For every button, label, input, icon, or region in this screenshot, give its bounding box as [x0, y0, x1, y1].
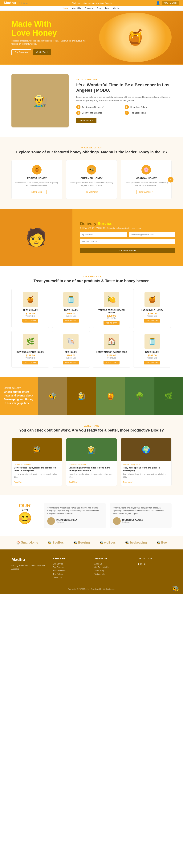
get-in-touch-button[interactable]: Get In Touch — [33, 49, 51, 55]
creamed-find-button[interactable]: Find Out More > — [82, 190, 101, 194]
gallery-heading: Check out the latest news and events abo… — [4, 390, 34, 405]
baza-cart-button[interactable]: ADD TO CART — [144, 361, 160, 365]
delivery-section: 🧑 Delivery Service Toll Free +36 (0) 177… — [0, 209, 183, 266]
meadow-find-button[interactable]: Find Out More > — [136, 190, 156, 194]
tresor-price: $298.00 — [95, 314, 128, 317]
tops-weight: Weight 1kg — [54, 315, 88, 317]
learn-more-button[interactable]: Learn More > — [76, 118, 96, 123]
our-label: OUR — [11, 503, 38, 508]
testi-text-2: "Thanks Madhu The project was completed … — [113, 506, 168, 515]
nav-services[interactable]: Services — [85, 7, 93, 9]
feature-3: 3 Beehive Maintenance — [76, 111, 123, 115]
nav-about[interactable]: About Us — [72, 7, 81, 9]
forest-honey-desc: Lorem ipsum dolor sit amet, consectetur … — [15, 181, 59, 187]
tops-cart-button[interactable]: ADD TO CART — [63, 319, 79, 322]
footer-logo: Madhu — [11, 557, 47, 562]
eucalyptus-cart-button[interactable]: ADD TO CART — [22, 361, 38, 365]
footer-about-4[interactable]: Testimonials — [94, 572, 130, 576]
gallery-section: LATEST GALLERY Check out the latest news… — [0, 377, 183, 415]
apena-name: APENA HONEY — [13, 309, 47, 311]
footer-facebook-icon[interactable]: f — [136, 562, 137, 565]
testi-author-2: MR. MONTUS AAKELA — [122, 519, 143, 521]
blog-card-3: 🌍 October 10 | By Admin They have spread… — [121, 438, 172, 486]
footer-services-label: SERVICES — [53, 557, 89, 560]
product-haddar: 🍯 HADDAR-1 LB HONEY $298.00 Weight 1kg A… — [133, 289, 171, 328]
gallery-img-2[interactable]: 👨‍🌾 — [67, 377, 96, 415]
facebook-icon[interactable]: f — [19, 2, 20, 4]
cart-button[interactable]: ADD TO CART — [162, 1, 179, 5]
twitter-icon[interactable]: t — [21, 2, 22, 4]
footer-about-3[interactable]: The Gallery — [94, 569, 130, 572]
blog-img-1: 🐝 — [12, 438, 62, 461]
delivery-submit-button[interactable]: Let's Get To Work — [80, 248, 175, 253]
blog-label: LATEST NOW — [11, 425, 172, 427]
bee-icon: 🐝 — [156, 541, 160, 545]
delivery-person-icon: 🧑 — [26, 227, 47, 247]
blog-read-3[interactable]: Read More > — [123, 481, 133, 483]
nav-shop[interactable]: Shop — [96, 7, 101, 9]
forest-honey-title: FOREST HONEY — [15, 177, 59, 180]
tresor-name: TRESOR FRENCH LEMON HONEY — [95, 309, 128, 314]
footer-service-2[interactable]: Our Process — [53, 566, 89, 569]
footer-service-4[interactable]: The Gallery — [53, 572, 89, 576]
sea-cart-button[interactable]: ADD TO CART — [63, 361, 79, 365]
footer-service-5[interactable]: Contact Us — [53, 576, 89, 579]
footer-service-3[interactable]: Team Members — [53, 569, 89, 572]
copyright-text: Copyright © 2023 Madhu | Developed by Ma… — [68, 588, 115, 590]
tresor-cart-button[interactable]: ADD TO CART — [103, 321, 120, 325]
nav-home[interactable]: Home — [63, 7, 68, 9]
haddar-price: $298.00 — [135, 312, 169, 315]
gplus-icon[interactable]: g+ — [26, 2, 29, 4]
hero-buttons: Our Company Get In Touch — [11, 49, 88, 55]
product-sea: 🐚 SEA HONEY $298.00 Weight 1kg ADD TO CA… — [52, 331, 90, 368]
maison-cart-button[interactable]: ADD TO CART — [103, 361, 120, 365]
user-icon[interactable]: 👤 — [156, 1, 160, 5]
footer-bottom: Copyright © 2023 Madhu | Developed by Ma… — [11, 585, 172, 590]
offer-next-arrow[interactable]: › — [168, 177, 174, 183]
zip-zone-input[interactable] — [80, 232, 127, 237]
testimonials-section: OUR SAY! 😊 "I recommend you services Hon… — [0, 495, 183, 536]
our-say-block: OUR SAY! 😊 — [11, 503, 38, 525]
email-input[interactable] — [129, 232, 175, 237]
gallery-label: LATEST GALLERY — [4, 387, 34, 389]
gallery-img-5[interactable]: 🌿 — [154, 377, 183, 415]
phone-input[interactable] — [80, 239, 175, 244]
maison-name: HONEY MAISON FAVARD 250G — [95, 351, 128, 353]
footer-col-contact: CONTACT US f t in g+ — [136, 557, 172, 579]
testi-text-1: "I recommend you services Honey Bee prod… — [47, 506, 102, 515]
gallery-img-3[interactable]: 🍯 — [96, 377, 125, 415]
footer-col-about: ABOUT US About Us Our Products Us The Ga… — [94, 557, 130, 579]
blog-read-2[interactable]: Read More > — [69, 481, 79, 483]
nav-contact[interactable]: Contact — [113, 7, 120, 9]
footer-social-icons: f t in g+ — [136, 562, 172, 565]
haddar-cart-button[interactable]: ADD TO CART — [144, 319, 160, 322]
blog-read-1[interactable]: Read More > — [14, 481, 24, 483]
footer-about-2[interactable]: Our Products Us — [94, 566, 130, 569]
footer-instagram-icon[interactable]: in — [140, 562, 143, 565]
linkedin-icon[interactable]: in — [23, 2, 25, 4]
gallery-images: 🐝 👨‍🌾 🍯 🌳 🌿 — [38, 377, 183, 415]
forest-find-button[interactable]: Find Out More > — [27, 190, 47, 194]
nav-blog[interactable]: Blog — [105, 7, 110, 9]
our-company-button[interactable]: Our Company — [11, 49, 31, 55]
delivery-title: Delivery Service — [80, 221, 175, 226]
offer-card-creamed: 🐝 CREAMED HONEY Lorem ipsum dolor sit am… — [66, 160, 117, 199]
gallery-img-1[interactable]: 🐝 — [38, 377, 67, 415]
apena-cart-button[interactable]: ADD TO CART — [22, 319, 38, 322]
blog-header: LATEST NOW You can check out our work. A… — [11, 425, 172, 432]
offer-card-meadow: 🌸 MEADOW HONEY Lorem ipsum dolor sit ame… — [121, 160, 172, 199]
apena-image: 🍯 — [23, 292, 38, 307]
footer-gplus-icon[interactable]: g+ — [144, 562, 147, 565]
product-apena: 🍯 APENA HONEY $298.00 Weight 1kg ADD TO … — [11, 289, 49, 328]
footer-service-1[interactable]: Our Service — [53, 562, 89, 566]
gallery-img-4[interactable]: 🌳 — [125, 377, 154, 415]
apena-price: $298.00 — [13, 312, 47, 315]
blog-title-2: Controlling honeybee mites is done in th… — [69, 466, 115, 472]
footer-bee-icon: 🐝 — [172, 585, 179, 592]
footer-about-1[interactable]: About Us — [94, 562, 130, 566]
testi-role-2: Customer — [122, 521, 143, 523]
footer-twitter-icon[interactable]: t — [138, 562, 139, 565]
blog-meta-1: October 10 | By Admin — [14, 464, 60, 465]
delivery-form-row2 — [80, 239, 175, 244]
product-baza: 🫙 BAZA HONEY $298.00 Weight 1kg ADD TO C… — [133, 331, 171, 368]
